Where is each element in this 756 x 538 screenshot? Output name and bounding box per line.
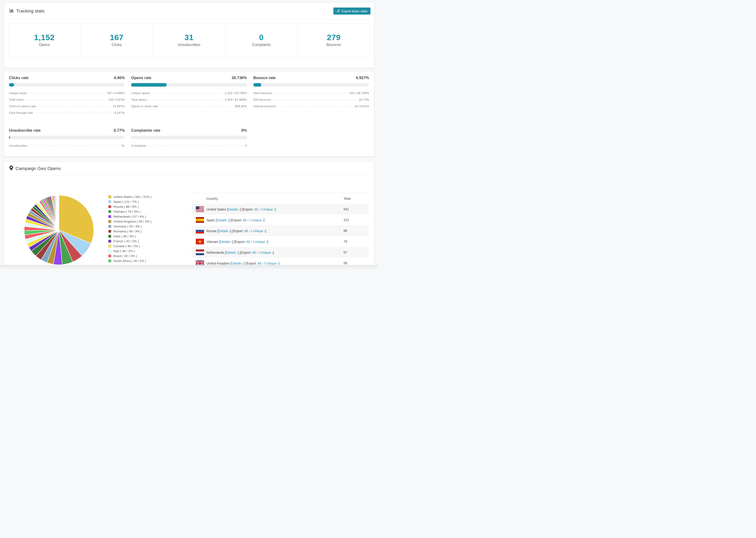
rates-row-1: Clicks rate4.46%Unique clicks167 / 4.456… xyxy=(4,71,374,116)
details-link[interactable]: Details › xyxy=(218,229,231,233)
total-cell: 59 xyxy=(344,261,369,265)
export-unique-link[interactable]: Unique › xyxy=(262,207,275,211)
dotted-leader xyxy=(152,93,223,93)
export-unique-link[interactable]: Unique › xyxy=(253,229,265,233)
rates-card: Clicks rate4.46%Unique clicks167 / 4.456… xyxy=(4,71,374,157)
geo-table-row-united-kingdom: United Kingdom [Details ›] [Export: All … xyxy=(191,258,369,265)
legend-color-swatch xyxy=(108,215,111,218)
rate-progress-track xyxy=(9,136,125,139)
rate-value: 0.77% xyxy=(114,128,125,133)
bar-chart-icon xyxy=(9,8,14,14)
export-prefix: ] [Export: xyxy=(229,218,243,222)
legend-label: Russia ( 86 / 5% ) xyxy=(113,205,138,208)
tracking-stats-title: Tracking stats xyxy=(9,8,44,14)
export-prefix: ] [Export: xyxy=(230,229,244,233)
legend-color-swatch xyxy=(108,249,111,252)
geo-card-title: Campaign Geo Opens xyxy=(9,166,61,172)
total-cell: 67 xyxy=(344,250,369,254)
dotted-leader xyxy=(28,93,105,93)
stat-value: 167 xyxy=(110,33,124,42)
separator: / xyxy=(250,229,253,233)
rate-detail-value: 1,152 / 30.736% xyxy=(225,91,247,95)
export-all-link[interactable]: All › xyxy=(252,251,257,254)
rate-detail-value: 14.497% xyxy=(113,104,125,108)
export-unique-link[interactable]: Unique › xyxy=(266,261,279,265)
export-unique-link[interactable]: Unique › xyxy=(260,251,273,254)
rate-block-clicks-rate: Clicks rate4.46%Unique clicks167 / 4.456… xyxy=(9,76,125,116)
geo-table: Country Total United States [Details ›] … xyxy=(191,193,369,265)
legend-label: France ( 42 / 2% ) xyxy=(113,240,139,243)
total-cell: 79 xyxy=(344,240,369,243)
legend-item-united-kingdom: United Kingdom ( 59 / 3% ) xyxy=(108,219,151,224)
legend-color-swatch xyxy=(108,200,111,203)
legend-color-swatch xyxy=(108,254,111,257)
stat-label: Bounces xyxy=(326,43,341,47)
rate-progress-track xyxy=(9,83,125,86)
legend-item-romania: Romania ( 49 / 3% ) xyxy=(108,229,151,234)
rate-detail-label: Unique clicks xyxy=(9,91,27,95)
export-button-label: Export basic stats xyxy=(342,9,367,13)
legend-color-swatch xyxy=(108,244,111,248)
details-link[interactable]: Details › xyxy=(232,261,244,265)
rate-detail-label: Complaints xyxy=(131,144,146,147)
geo-table-row-netherlands: Netherlands [Details ›] [Export: All › /… xyxy=(191,247,369,258)
country-name: Vietnam [ xyxy=(206,240,220,243)
rate-detail-row: Unsubscribes31 xyxy=(9,142,125,149)
details-link[interactable]: Details › xyxy=(228,207,240,211)
rate-detail-label: Clicks to opens rate xyxy=(9,104,36,108)
rate-block-bounce-rate: Bounce rate6.927%Hard bounces242 / 86.73… xyxy=(253,76,369,116)
export-basic-stats-button[interactable]: Export basic stats xyxy=(333,8,370,15)
dotted-leader xyxy=(29,146,120,146)
rate-detail-label: Soft bounces xyxy=(253,98,271,101)
rate-progress-fill xyxy=(9,83,14,86)
rate-detail-label: Internal bounces xyxy=(253,104,276,108)
legend-label: Italy ( 36 / 2% ) xyxy=(113,249,135,253)
stat-value: 1,152 xyxy=(34,33,55,42)
geo-table-row-vietnam: Vietnam [Details ›] [Export: All › / Uni… xyxy=(191,236,369,247)
details-link[interactable]: Details › xyxy=(226,251,238,254)
legend-label: Spain ( 121 / 7% ) xyxy=(113,200,139,203)
export-unique-link[interactable]: Unique › xyxy=(255,240,267,243)
export-all-link[interactable]: All › xyxy=(254,207,260,211)
separator: / xyxy=(252,240,255,243)
rate-detail-label: Unique opens xyxy=(131,91,150,95)
export-all-link[interactable]: All › xyxy=(243,218,248,222)
legend-item-canada: Canada ( 40 / 2% ) xyxy=(108,243,151,248)
bracket-close: ] xyxy=(273,251,274,254)
rate-progress-fill xyxy=(9,136,10,139)
legend-item-russia: Russia ( 86 / 5% ) xyxy=(108,204,151,209)
geo-card-title-text: Campaign Geo Opens xyxy=(16,166,61,171)
details-link[interactable]: Details › xyxy=(217,218,229,222)
country-cell: United Kingdom [Details ›] [Export: All … xyxy=(206,261,344,265)
legend-color-swatch xyxy=(108,240,111,243)
separator: / xyxy=(263,261,266,265)
dotted-leader xyxy=(148,100,223,100)
rate-detail-row: Soft bounces18 / 0% xyxy=(253,96,369,103)
legend-color-swatch xyxy=(108,205,111,208)
export-unique-link[interactable]: Unique › xyxy=(251,218,264,222)
legend-label: United Kingdom ( 59 / 3% ) xyxy=(113,220,151,223)
geo-table-col-total: Total xyxy=(344,197,369,200)
dotted-leader xyxy=(37,106,111,107)
rate-detail-value: 0 xyxy=(245,144,247,147)
rate-title: Clicks rate xyxy=(9,76,28,80)
export-all-link[interactable]: All › xyxy=(246,240,252,243)
legend-label: Romania ( 49 / 3% ) xyxy=(113,230,141,233)
details-link[interactable]: Details › xyxy=(220,240,233,243)
geo-table-row-spain: Spain [Details ›] [Export: All › / Uniqu… xyxy=(191,215,369,225)
export-prefix: ] [Export: xyxy=(238,251,252,254)
rate-title: Complaints rate xyxy=(131,128,160,133)
legend-item-netherlands: Netherlands ( 67 / 4% ) xyxy=(108,214,151,219)
rate-progress-track xyxy=(131,136,247,139)
rate-value: 30.736% xyxy=(232,76,247,80)
dotted-leader xyxy=(273,100,357,100)
rate-detail-value: 2,303 / 61.446% xyxy=(225,98,247,101)
legend-item-spain: Spain ( 121 / 7% ) xyxy=(108,199,151,204)
export-all-link[interactable]: All › xyxy=(257,261,263,265)
export-all-link[interactable]: All › xyxy=(244,229,250,233)
rate-detail-row: Hard bounces242 / 86.738% xyxy=(253,90,369,96)
tracking-stats-title-text: Tracking stats xyxy=(16,9,44,14)
rate-value: 6.927% xyxy=(356,76,369,80)
rate-detail-label: Total clicks xyxy=(9,98,24,101)
legend-label: Germany ( 55 / 3% ) xyxy=(113,225,142,228)
